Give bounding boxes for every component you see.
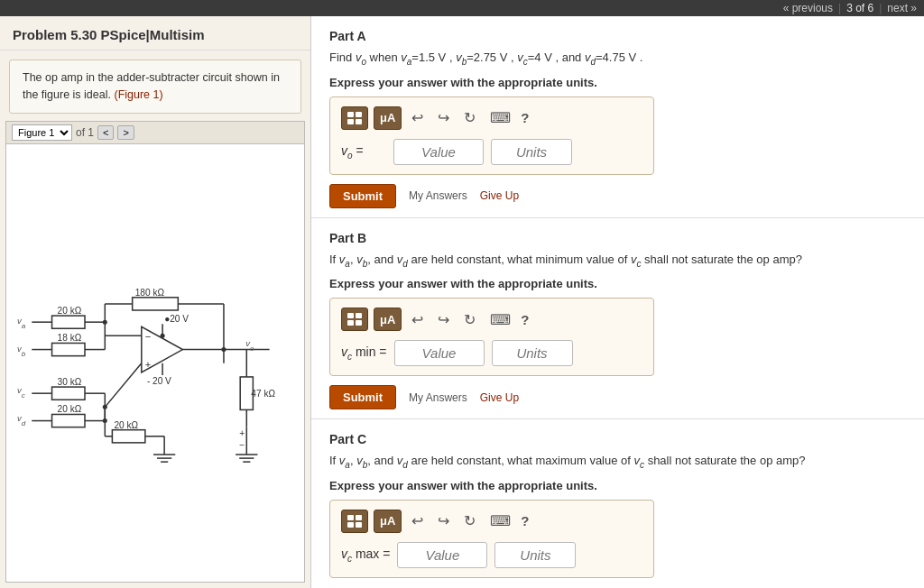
part-c-toolbar: μA ↩ ↪ ↻ ⌨ ? [341,510,642,533]
svg-rect-54 [112,429,144,442]
svg-text:●20 V: ●20 V [164,314,189,324]
problem-title: Problem 5.30 PSpice|Multisim [0,16,310,51]
part-b-title: Part B [329,231,906,245]
svg-point-62 [103,319,107,324]
part-a-submit-btn[interactable]: Submit [329,184,396,208]
main-layout: Problem 5.30 PSpice|Multisim The op amp … [0,16,924,588]
part-c-mu-btn[interactable]: μA [374,510,402,533]
part-b-redo-btn[interactable]: ↪ [433,309,454,330]
part-b-problem-text: If va, vb, and vd are held constant, wha… [329,251,906,271]
page-indicator: 3 of 6 [846,2,873,14]
part-c-express-label: Express your answer with the appropriate… [329,479,906,492]
svg-text:+: + [145,358,152,369]
part-a-keyboard-btn[interactable]: ⌨ [485,107,515,128]
part-a-title: Part A [329,29,906,43]
part-a-give-up-link[interactable]: Give Up [480,189,519,202]
svg-text:−: − [145,331,152,342]
next-link[interactable]: next » [887,2,917,14]
svg-text:20 kΩ: 20 kΩ [114,419,138,429]
circuit-diagram: va vb vc vd 20 kΩ 18 kΩ [14,152,297,575]
part-c-undo-btn[interactable]: ↩ [407,510,428,531]
svg-text:+: + [239,427,245,437]
part-c-section: Part C If va, vb, and vd are held consta… [311,419,924,588]
part-c-value-input[interactable] [397,542,487,568]
part-b-action-row: Submit My Answers Give Up [329,385,906,409]
part-a-section: Part A Find vo when va=1.5 V , vb=2.75 V… [311,16,924,218]
part-c-refresh-btn[interactable]: ↻ [459,510,480,531]
svg-text:18 kΩ: 18 kΩ [58,333,82,343]
part-b-input-label: vc min = [341,345,387,362]
svg-point-63 [221,347,226,352]
figure-content: va vb vc vd 20 kΩ 18 kΩ [6,144,304,583]
svg-text:30 kΩ: 30 kΩ [58,377,82,387]
part-b-undo-btn[interactable]: ↩ [407,309,428,330]
svg-text:47 kΩ: 47 kΩ [251,389,275,399]
part-c-keyboard-btn[interactable]: ⌨ [485,510,515,531]
mu-label-c: μA [380,514,395,528]
svg-rect-35 [52,414,85,427]
part-b-grid-btn[interactable] [341,308,368,331]
part-b-section: Part B If va, vb, and vd are held consta… [311,218,924,420]
figure-prev-btn[interactable]: < [97,125,114,140]
svg-text:vd: vd [17,412,26,427]
grid-icon-b [347,313,362,326]
svg-text:- 20 V: - 20 V [147,376,171,386]
part-c-units-input[interactable] [494,542,576,568]
part-a-answer-box: μA ↩ ↪ ↻ ⌨ ? vo = [329,96,654,175]
part-b-give-up-link[interactable]: Give Up [480,391,519,404]
content-area: Part A Find vo when va=1.5 V , vb=2.75 V… [311,16,924,588]
part-b-answer-box: μA ↩ ↪ ↻ ⌨ ? vc min = [329,298,654,376]
part-a-action-row: Submit My Answers Give Up [329,184,906,208]
part-a-input-row: vo = [341,139,642,165]
part-a-problem-text: Find vo when va=1.5 V , vb=2.75 V , vc=4… [329,49,906,69]
part-b-input-row: vc min = [341,340,642,366]
svg-rect-9 [52,343,85,355]
part-c-title: Part C [329,432,906,446]
svg-rect-31 [52,387,85,400]
part-c-help-btn[interactable]: ? [521,513,529,528]
part-c-input-label: vc max = [341,547,390,564]
figure-panel: Figure 1 of 1 < > va vb vc vd [5,121,305,583]
separator: | [838,2,841,14]
svg-text:va: va [17,316,26,330]
part-a-redo-btn[interactable]: ↪ [433,107,454,128]
mu-label-b: μA [380,313,395,326]
part-c-grid-btn[interactable] [341,510,368,533]
figure-of-label: of 1 [76,126,94,139]
part-a-grid-btn[interactable] [341,106,368,130]
part-a-help-btn[interactable]: ? [521,110,529,125]
part-a-undo-btn[interactable]: ↩ [407,107,428,128]
part-b-help-btn[interactable]: ? [521,312,529,327]
part-a-refresh-btn[interactable]: ↻ [459,107,480,128]
part-a-toolbar: μA ↩ ↪ ↻ ⌨ ? [341,106,642,130]
part-c-problem-text: If va, vb, and vd are held constant, wha… [329,452,906,472]
svg-point-64 [103,418,107,423]
sidebar: Problem 5.30 PSpice|Multisim The op amp … [0,16,311,588]
svg-text:−: − [239,439,245,449]
previous-link[interactable]: « previous [783,2,833,14]
part-b-value-input[interactable] [394,340,485,366]
svg-point-61 [103,404,107,409]
figure-select[interactable]: Figure 1 [12,124,72,141]
part-b-my-answers-link[interactable]: My Answers [409,391,467,404]
part-b-mu-btn[interactable]: μA [374,308,402,331]
top-navigation: « previous | 3 of 6 | next » [0,0,924,16]
part-a-units-input[interactable] [491,139,572,165]
part-b-submit-btn[interactable]: Submit [329,385,396,409]
part-b-refresh-btn[interactable]: ↻ [459,309,480,330]
part-b-toolbar: μA ↩ ↪ ↻ ⌨ ? [341,308,642,331]
part-b-units-input[interactable] [492,340,573,366]
part-c-input-row: vc max = [341,542,642,568]
svg-text:20 kΩ: 20 kΩ [58,306,82,316]
part-a-my-answers-link[interactable]: My Answers [409,189,467,202]
grid-icon-c [347,515,362,528]
figure-link[interactable]: (Figure 1) [114,88,162,101]
part-a-input-label: vo = [341,143,386,161]
part-a-value-input[interactable] [393,139,484,165]
part-c-redo-btn[interactable]: ↪ [433,510,454,531]
part-a-mu-btn[interactable]: μA [374,106,402,130]
figure-next-btn[interactable]: > [117,125,134,140]
svg-text:180 kΩ: 180 kΩ [135,287,165,297]
svg-line-39 [105,363,142,407]
part-b-keyboard-btn[interactable]: ⌨ [485,309,515,330]
